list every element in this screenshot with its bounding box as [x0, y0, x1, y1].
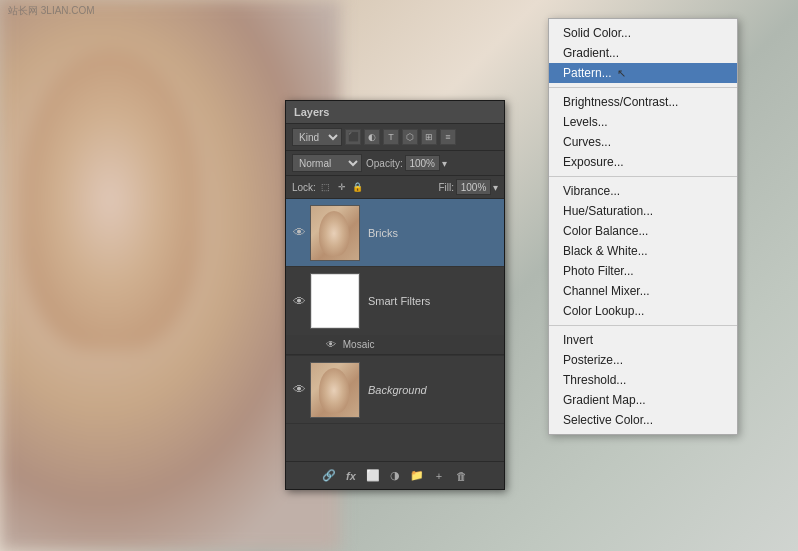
- menu-item-photo-filter[interactable]: Photo Filter...: [549, 261, 737, 281]
- layers-list: 👁 Bricks 👁 Smart Filters 👁 Mosaic 👁: [286, 199, 504, 424]
- menu-item-gradient[interactable]: Gradient...: [549, 43, 737, 63]
- layer-name-bricks: Bricks: [368, 227, 398, 239]
- menu-item-levels[interactable]: Levels...: [549, 112, 737, 132]
- group-icon[interactable]: 📁: [408, 467, 426, 485]
- smart-thumb-art: [311, 274, 359, 328]
- fill-input[interactable]: [456, 179, 491, 195]
- layers-panel: Layers Kind ⬛ ◐ T ⬡ ⊞ ≡ Normal Opacity: …: [285, 100, 505, 490]
- menu-item-vibrance[interactable]: Vibrance...: [549, 181, 737, 201]
- fill-dropdown-icon[interactable]: ▾: [493, 182, 498, 193]
- layer-visibility-smart[interactable]: 👁: [290, 294, 308, 309]
- opacity-input[interactable]: [405, 155, 440, 171]
- layers-mode-controls: Normal Opacity: ▾: [286, 151, 504, 176]
- menu-item-black-white[interactable]: Black & White...: [549, 241, 737, 261]
- menu-item-brightness[interactable]: Brightness/Contrast...: [549, 92, 737, 112]
- menu-item-hue-saturation[interactable]: Hue/Saturation...: [549, 201, 737, 221]
- layer-visibility-background[interactable]: 👁: [290, 382, 308, 397]
- menu-item-color-balance[interactable]: Color Balance...: [549, 221, 737, 241]
- separator-2: [549, 176, 737, 177]
- bricks-thumb-art: [311, 206, 359, 260]
- layers-lock-row: Lock: ⬚ ✛ 🔒 Fill: ▾: [286, 176, 504, 199]
- adjustment-dropdown-menu: Solid Color... Gradient... Pattern... ↖ …: [548, 18, 738, 435]
- mosaic-label: Mosaic: [343, 339, 375, 350]
- layer-thumbnail-smart: [310, 273, 360, 329]
- separator-1: [549, 87, 737, 88]
- menu-item-pattern[interactable]: Pattern... ↖: [549, 63, 737, 83]
- layers-kind-toolbar: Kind ⬛ ◐ T ⬡ ⊞ ≡: [286, 124, 504, 151]
- separator-3: [549, 325, 737, 326]
- fill-label: Fill:: [438, 182, 454, 193]
- layer-name-smart: Smart Filters: [368, 295, 430, 307]
- lock-label: Lock:: [292, 182, 316, 193]
- menu-item-threshold[interactable]: Threshold...: [549, 370, 737, 390]
- smart-filter-mosaic[interactable]: 👁 Mosaic: [286, 335, 504, 355]
- opacity-label: Opacity:: [366, 158, 403, 169]
- menu-item-curves[interactable]: Curves...: [549, 132, 737, 152]
- menu-item-selective-color[interactable]: Selective Color...: [549, 410, 737, 430]
- blend-mode-select[interactable]: Normal: [292, 154, 362, 172]
- menu-item-color-lookup[interactable]: Color Lookup...: [549, 301, 737, 321]
- opacity-control: Opacity: ▾: [366, 155, 447, 171]
- adjustment-icon[interactable]: ◑: [386, 467, 404, 485]
- cursor-over-pattern: ↖: [617, 67, 626, 80]
- menu-item-posterize[interactable]: Posterize...: [549, 350, 737, 370]
- adjustment-filter-icon[interactable]: ◐: [364, 129, 380, 145]
- menu-item-exposure[interactable]: Exposure...: [549, 152, 737, 172]
- menu-item-channel-mixer[interactable]: Channel Mixer...: [549, 281, 737, 301]
- fill-control: Fill: ▾: [438, 179, 498, 195]
- type-filter-icon[interactable]: T: [383, 129, 399, 145]
- menu-item-solid-color[interactable]: Solid Color...: [549, 23, 737, 43]
- smart-filter-icon[interactable]: ⊞: [421, 129, 437, 145]
- menu-item-invert[interactable]: Invert: [549, 330, 737, 350]
- lock-pixels-icon[interactable]: ⬚: [320, 181, 332, 193]
- opacity-dropdown-icon[interactable]: ▾: [442, 158, 447, 169]
- layer-item-smart[interactable]: 👁 Smart Filters 👁 Mosaic: [286, 267, 504, 356]
- mosaic-filter-icon: 👁: [326, 339, 336, 350]
- delete-layer-icon[interactable]: 🗑: [452, 467, 470, 485]
- layers-panel-header: Layers: [286, 101, 504, 124]
- shape-filter-icon[interactable]: ⬡: [402, 129, 418, 145]
- lock-move-icon[interactable]: ✛: [336, 181, 348, 193]
- layers-panel-title: Layers: [294, 106, 329, 118]
- link-layers-icon[interactable]: 🔗: [320, 467, 338, 485]
- layer-thumbnail-bricks: [310, 205, 360, 261]
- lock-all-icon[interactable]: 🔒: [352, 181, 364, 193]
- menu-item-gradient-map[interactable]: Gradient Map...: [549, 390, 737, 410]
- layer-item-background[interactable]: 👁 Background: [286, 356, 504, 424]
- layer-visibility-bricks[interactable]: 👁: [290, 225, 308, 240]
- background-thumb-art: [311, 363, 359, 417]
- watermark: 站长网 3LIAN.COM: [8, 4, 95, 18]
- layer-name-background: Background: [368, 384, 427, 396]
- mask-icon[interactable]: ⬜: [364, 467, 382, 485]
- pixel-filter-icon[interactable]: ⬛: [345, 129, 361, 145]
- layers-bottom-toolbar: 🔗 fx ⬜ ◑ 📁 + 🗑: [286, 461, 504, 489]
- options-icon[interactable]: ≡: [440, 129, 456, 145]
- kind-select[interactable]: Kind: [292, 128, 342, 146]
- layer-thumbnail-background: [310, 362, 360, 418]
- fx-icon[interactable]: fx: [342, 467, 360, 485]
- layer-item-bricks[interactable]: 👁 Bricks: [286, 199, 504, 267]
- new-layer-icon[interactable]: +: [430, 467, 448, 485]
